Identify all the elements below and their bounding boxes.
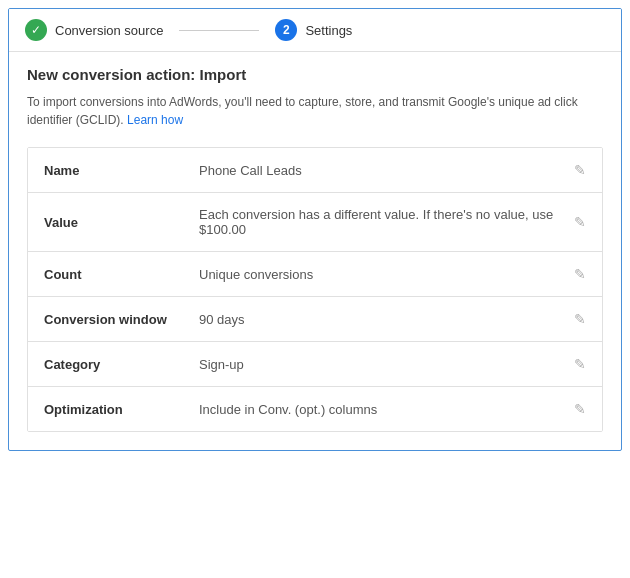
learn-how-link[interactable]: Learn how	[127, 113, 183, 127]
step-divider	[179, 30, 259, 31]
edit-icon-category[interactable]: ✎	[574, 356, 586, 372]
step-settings: 2 Settings	[275, 19, 352, 41]
row-label-optimization: Optimization	[44, 402, 199, 417]
row-value-category: Sign-up	[199, 357, 566, 372]
page-title-prefix: New conversion action:	[27, 66, 195, 83]
edit-icon-name[interactable]: ✎	[574, 162, 586, 178]
edit-icon-value[interactable]: ✎	[574, 214, 586, 230]
row-label-category: Category	[44, 357, 199, 372]
row-value-value: Each conversion has a different value. I…	[199, 207, 566, 237]
row-label-value: Value	[44, 215, 199, 230]
table-row: Optimization Include in Conv. (opt.) col…	[28, 387, 602, 431]
table-row: Conversion window 90 days ✎	[28, 297, 602, 342]
step-2-label: Settings	[305, 23, 352, 38]
table-row: Count Unique conversions ✎	[28, 252, 602, 297]
row-value-window: 90 days	[199, 312, 566, 327]
row-value-optimization: Include in Conv. (opt.) columns	[199, 402, 566, 417]
page-title: New conversion action: Import	[27, 66, 603, 83]
step-conversion-source: ✓ Conversion source	[25, 19, 163, 41]
table-row: Value Each conversion has a different va…	[28, 193, 602, 252]
info-text-content: To import conversions into AdWords, you'…	[27, 95, 578, 127]
check-icon: ✓	[25, 19, 47, 41]
step-2-number-icon: 2	[275, 19, 297, 41]
edit-icon-count[interactable]: ✎	[574, 266, 586, 282]
edit-icon-optimization[interactable]: ✎	[574, 401, 586, 417]
main-content: New conversion action: Import To import …	[9, 52, 621, 450]
row-label-window: Conversion window	[44, 312, 199, 327]
settings-table: Name Phone Call Leads ✎ Value Each conve…	[27, 147, 603, 432]
page-title-bold: Import	[200, 66, 247, 83]
table-row: Category Sign-up ✎	[28, 342, 602, 387]
row-label-name: Name	[44, 163, 199, 178]
steps-bar: ✓ Conversion source 2 Settings	[9, 9, 621, 52]
step-1-label: Conversion source	[55, 23, 163, 38]
row-value-name: Phone Call Leads	[199, 163, 566, 178]
row-label-count: Count	[44, 267, 199, 282]
edit-icon-window[interactable]: ✎	[574, 311, 586, 327]
row-value-count: Unique conversions	[199, 267, 566, 282]
info-text: To import conversions into AdWords, you'…	[27, 93, 603, 129]
main-container: ✓ Conversion source 2 Settings New conve…	[8, 8, 622, 451]
table-row: Name Phone Call Leads ✎	[28, 148, 602, 193]
